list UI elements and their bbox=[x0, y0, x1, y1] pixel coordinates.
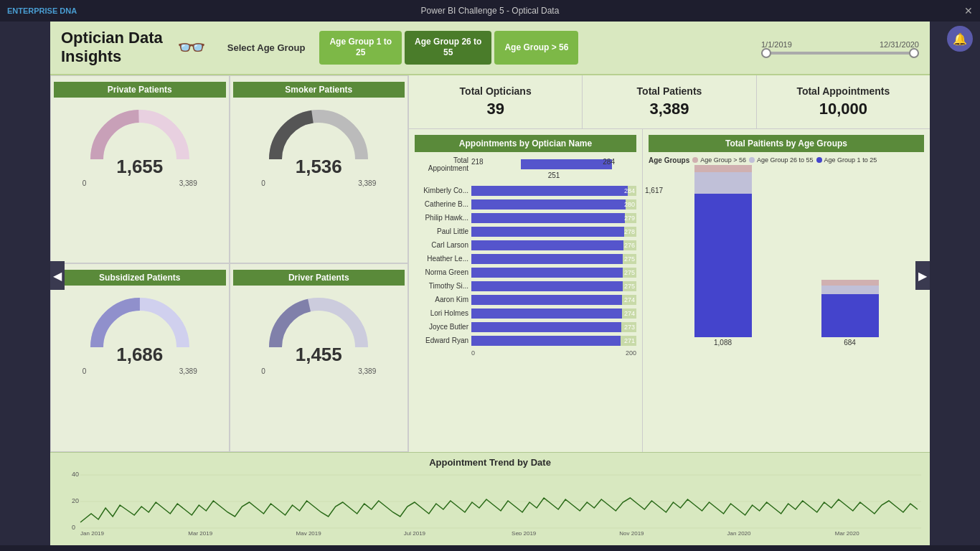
stacked-seg-26-bar2 bbox=[821, 286, 879, 294]
x-jan2020: Jan 2020 bbox=[727, 530, 751, 535]
bar-bg-7: 275 bbox=[471, 281, 636, 291]
stacked-bar-2: 684 bbox=[790, 158, 910, 347]
bar-row-2: Philip Hawk... 279 bbox=[415, 212, 636, 224]
gauge-driver-max: 3,389 bbox=[358, 367, 376, 375]
bar-label-3: Paul Little bbox=[415, 227, 468, 235]
age-btn-1-25[interactable]: Age Group 1 to25 bbox=[319, 31, 402, 65]
gauge-smoker-svg bbox=[261, 102, 376, 163]
bar-fill-4 bbox=[471, 240, 623, 250]
slider-thumb-right[interactable] bbox=[909, 48, 919, 58]
bottom-trend-panel: Appointment Trend by Date 40 20 0 Jan 20… bbox=[50, 452, 930, 545]
select-age-label: Select Age Group bbox=[227, 42, 306, 53]
stacked-seg-56-bar1 bbox=[694, 165, 752, 172]
gauge-driver-svg bbox=[261, 290, 376, 351]
gauge-smoker-value: 1,536 bbox=[296, 156, 342, 178]
bar-fill-2 bbox=[471, 213, 625, 223]
stacked-bar-1: 1,617 1,088 bbox=[663, 165, 783, 347]
gauge-smoker-minmax: 0 3,389 bbox=[261, 179, 376, 187]
bar-label-10: Joyce Butler bbox=[415, 323, 468, 331]
gauge-driver-min: 0 bbox=[261, 367, 265, 375]
total-appt-label: Total Appointment bbox=[415, 156, 468, 172]
stacked-seg-56-bar2 bbox=[821, 280, 879, 286]
header: Optician Data Insights 👓 Select Age Grou… bbox=[50, 22, 930, 75]
status-bar: Optical Overview capture · 2663×1523 287… bbox=[0, 545, 980, 551]
y-label-20: 20 bbox=[72, 497, 79, 504]
bar-chart-panel: Appointments by Optician Name Total Appo… bbox=[409, 129, 643, 452]
bar-fill-5 bbox=[471, 254, 623, 264]
logo: ENTERPRISE DNA bbox=[7, 6, 77, 15]
content-area: Private Patients 1,655 0 3,389 Smoker Pa… bbox=[50, 75, 930, 452]
age-btn-26-55[interactable]: Age Group 26 to55 bbox=[405, 31, 491, 65]
stacked-bar2-bottom: 684 bbox=[844, 339, 856, 347]
stacked-bar1-bottom: 1,088 bbox=[714, 339, 732, 347]
gauge-driver-minmax: 0 3,389 bbox=[261, 367, 376, 375]
bar-label-0: Kimberly Co... bbox=[415, 187, 468, 194]
right-panel: Total Opticians 39 Total Patients 3,389 … bbox=[409, 75, 930, 452]
legend-dot-56-plus bbox=[692, 157, 698, 163]
bar-row-3: Paul Little 278 bbox=[415, 226, 636, 237]
stacked-seg-26-bar1 bbox=[694, 172, 752, 194]
gauge-private-max: 3,389 bbox=[179, 179, 197, 187]
bar-label-9: Lori Holmes bbox=[415, 309, 468, 317]
bar-val-3: 278 bbox=[624, 227, 635, 237]
bar-val-10: 273 bbox=[624, 322, 635, 332]
age-btn-56-plus[interactable]: Age Group > 56 bbox=[494, 31, 578, 65]
bar-label-6: Norma Green bbox=[415, 268, 468, 276]
bar-bg-3: 278 bbox=[471, 227, 636, 237]
bar-fill-7 bbox=[471, 281, 623, 291]
title-line2: Insights bbox=[61, 47, 163, 66]
bar-fill-10 bbox=[471, 322, 621, 332]
stacked-bar1-label1: 1,617 bbox=[645, 187, 663, 194]
trend-chart-svg: 40 20 0 Jan 2019 Mar 2019 May 2019 Jul 2… bbox=[59, 471, 921, 535]
gauge-driver-title: Driver Patients bbox=[233, 270, 405, 286]
gauges-panel: Private Patients 1,655 0 3,389 Smoker Pa… bbox=[50, 75, 409, 452]
kpi-opticians: Total Opticians 39 bbox=[409, 75, 583, 128]
gauge-private-minmax: 0 3,389 bbox=[83, 179, 197, 187]
bar-label-11: Edward Ryan bbox=[415, 336, 468, 344]
charts-row: Appointments by Optician Name Total Appo… bbox=[409, 129, 930, 452]
kpi-row: Total Opticians 39 Total Patients 3,389 … bbox=[409, 75, 930, 129]
nav-right-button[interactable]: ▶ bbox=[915, 261, 930, 290]
gauge-row-top: Private Patients 1,655 0 3,389 Smoker Pa… bbox=[50, 75, 408, 264]
kpi-patients-value: 3,389 bbox=[590, 100, 748, 118]
bar-row-10: Joyce Butler 273 bbox=[415, 321, 636, 333]
stacked-chart-title: Total Paitients by Age Groups bbox=[649, 135, 924, 152]
bar-label-2: Philip Hawk... bbox=[415, 214, 468, 222]
gauge-private-title: Private Patients bbox=[54, 82, 226, 98]
kpi-appointments-label: Total Appointments bbox=[764, 85, 923, 97]
bar-val-7: 275 bbox=[624, 281, 635, 291]
bar-fill-0 bbox=[471, 186, 628, 196]
bar-row-11: Edward Ryan 271 bbox=[415, 335, 636, 347]
kpi-patients: Total Patients 3,389 bbox=[583, 75, 756, 128]
bar-fill-8 bbox=[471, 295, 622, 305]
legend-label-56-plus: Age Group > 56 bbox=[700, 156, 746, 164]
gauge-driver-value: 1,455 bbox=[296, 344, 342, 366]
bar-bg-10: 273 bbox=[471, 322, 636, 332]
gauge-subsidized-minmax: 0 3,389 bbox=[83, 367, 197, 375]
x-mar2019: Mar 2019 bbox=[188, 530, 212, 535]
bar-row-1: Catherine B... 280 bbox=[415, 199, 636, 210]
slider-thumb-left[interactable] bbox=[761, 48, 771, 58]
bar-fill-6 bbox=[471, 268, 623, 278]
gauge-subsidized-title: Subsidized Patients bbox=[54, 270, 226, 286]
x-jan2019: Jan 2019 bbox=[80, 530, 104, 535]
gauge-subsidized-patients: Subsidized Patients 1,686 0 3,389 bbox=[50, 263, 230, 452]
glasses-icon: 👓 bbox=[177, 34, 206, 61]
bar-val-0: 284 bbox=[624, 186, 635, 196]
bar-fill-1 bbox=[471, 199, 626, 209]
bar-bg-1: 280 bbox=[471, 199, 636, 209]
total-appt-right-val: 284 bbox=[603, 158, 615, 166]
bar-fill-9 bbox=[471, 309, 622, 319]
total-appt-left-val: 218 bbox=[471, 158, 484, 166]
bar-row-9: Lori Holmes 274 bbox=[415, 308, 636, 319]
x-nov2019: Nov 2019 bbox=[619, 530, 644, 535]
x-may2019: May 2019 bbox=[296, 530, 322, 535]
stacked-bar-panel: Total Paitients by Age Groups Age Groups… bbox=[643, 129, 930, 452]
date-slider-track[interactable] bbox=[761, 52, 919, 55]
gauge-subsidized-min: 0 bbox=[83, 367, 87, 375]
notification-button[interactable]: 🔔 bbox=[947, 26, 973, 52]
trend-title: Appointment Trend by Date bbox=[59, 457, 921, 468]
stacked-bars-area: 1,617 1,088 bbox=[649, 167, 924, 347]
close-button[interactable]: ✕ bbox=[964, 5, 973, 17]
nav-left-button[interactable]: ◀ bbox=[50, 261, 65, 290]
